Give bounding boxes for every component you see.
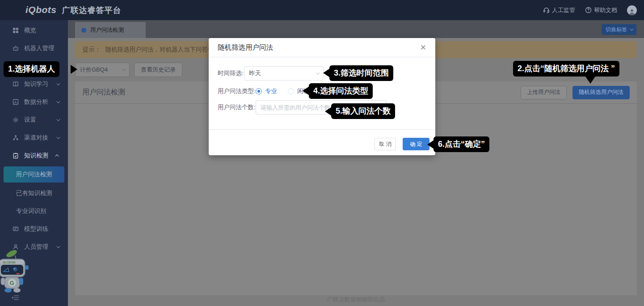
cancel-button[interactable]: 取 消: [375, 138, 396, 150]
sidebar-item-label: 机器人管理: [24, 44, 55, 52]
sidebar-item-overview[interactable]: 概览: [0, 21, 68, 39]
sidebar-item-robot-management[interactable]: 机器人管理: [0, 39, 68, 57]
annotation-step-1: 1.选择机器人: [4, 61, 59, 77]
annotation-arrow-down-icon: [585, 76, 595, 84]
brand-title: 广联达睿答平台: [62, 5, 122, 16]
question-count-label: 用户问法个数:: [218, 103, 256, 111]
chevron-down-icon: [630, 27, 633, 30]
sidebar-item-knowledge-learning[interactable]: 知识学习: [0, 75, 68, 93]
annotation-arrow-right-icon: [71, 65, 77, 74]
upload-questions-button[interactable]: 上传用户问法: [521, 86, 567, 99]
annotation-arrow-left-icon: [303, 86, 309, 95]
robot-select[interactable]: 计价GBQ4: [75, 63, 130, 77]
annotation-arrow-left-icon: [427, 140, 434, 149]
notice-prefix: 提示：: [83, 46, 101, 54]
view-history-button[interactable]: 查看历史记录: [134, 63, 182, 77]
bar-chart-icon: [13, 99, 19, 105]
annotation-step-2: 2.点击“随机筛选用户问法 ”: [513, 61, 619, 76]
sidebar-item-channel-integration[interactable]: 渠道对接: [0, 129, 68, 147]
annotation-step-6: 6.点击“确定”: [434, 136, 489, 152]
manual-monitor-label: 人工监管: [552, 6, 575, 14]
time-filter-value: 昨天: [249, 69, 261, 77]
model-icon: [13, 226, 19, 232]
chevron-down-icon: [56, 117, 60, 121]
chevron-down-icon: [56, 244, 60, 248]
svg-text:G: G: [10, 280, 14, 286]
gear-icon: [13, 117, 19, 123]
question-type-label: 用户问法类型:: [218, 87, 256, 95]
radio-label: 专业: [265, 87, 277, 95]
sidebar-subitem-label: 专业词识别: [16, 207, 46, 215]
random-filter-questions-button[interactable]: 随机筛选用户问法: [572, 86, 630, 99]
robot-select-value: 计价GBQ4: [80, 66, 108, 74]
sidebar-subitem-user-question-testing: 用户问法检测: [0, 165, 68, 184]
manual-monitor-link[interactable]: 人工监管: [543, 6, 575, 14]
radio-selected-icon: [256, 88, 262, 94]
sidebar-item-label: 概览: [24, 26, 36, 34]
sidebar-item-label: 渠道对接: [24, 134, 48, 142]
switch-tags-button[interactable]: 切换标签: [602, 24, 636, 35]
help-docs-link[interactable]: 帮助文档: [585, 6, 617, 14]
tab-user-question-testing[interactable]: 用户问法检测: [75, 22, 146, 38]
annotation-step-4: 4.选择问法类型: [309, 83, 373, 99]
app-logo: iQbots 广联达睿答平台: [25, 4, 122, 16]
sidebar-item-knowledge-testing[interactable]: 知识检测: [0, 147, 68, 165]
menu-fold-icon[interactable]: [12, 295, 19, 301]
sidebar-item-model-training[interactable]: 模型训练: [0, 220, 68, 238]
sidebar-item-label: 模型训练: [24, 225, 48, 233]
headset-icon: [543, 7, 550, 13]
time-filter-label: 时间筛选:: [218, 69, 244, 77]
chevron-down-icon: [316, 71, 320, 74]
chevron-down-icon: [56, 135, 60, 139]
page-title: 用户问法检测: [82, 88, 125, 97]
switch-tags-label: 切换标签: [606, 26, 627, 34]
chevron-down-icon: [122, 67, 126, 71]
robot-icon: [13, 45, 19, 51]
radio-unselected-icon: [288, 88, 294, 94]
sidebar-subitem-active[interactable]: 用户问法检测: [4, 166, 64, 183]
sidebar-subitem-label: 用户问法检测: [16, 170, 52, 178]
sidebar-item-label: 知识学习: [24, 80, 48, 88]
help-docs-label: 帮助文档: [594, 6, 617, 14]
sidebar-subitem-term-recognition[interactable]: 专业词识别: [0, 202, 68, 220]
footer-credit: 广联达数据智能部出品: [68, 296, 644, 304]
sidebar-item-label: 知识检测: [24, 152, 48, 160]
grid-icon: [13, 27, 19, 34]
question-circle-icon: [585, 7, 592, 13]
sidebar-item-settings[interactable]: 设置: [0, 111, 68, 129]
time-filter-select[interactable]: 昨天: [244, 66, 324, 81]
chevron-down-icon: [56, 81, 60, 85]
nodes-icon: [13, 135, 19, 141]
annotation-arrow-left-icon: [323, 68, 330, 77]
svg-text:GLODON: GLODON: [3, 261, 16, 264]
user-avatar[interactable]: [627, 5, 637, 15]
book-icon: [13, 81, 19, 87]
chevron-up-icon: [55, 154, 59, 158]
annotation-step-5: 5.输入问法个数: [331, 103, 395, 119]
tab-label: 用户问法检测: [90, 26, 124, 34]
sidebar-subitem-existing-knowledge-testing[interactable]: 已有知识检测: [0, 184, 68, 202]
top-header: iQbots 广联达睿答平台 人工监管 帮助文档: [0, 0, 644, 20]
sidebar-item-data-analysis[interactable]: 数据分析: [0, 93, 68, 111]
clipboard-check-icon: [13, 153, 19, 159]
sidebar-subitem-label: 已有知识检测: [16, 189, 52, 197]
sidebar-item-label: 数据分析: [24, 98, 48, 106]
annotation-step-3: 3.筛选时间范围: [329, 65, 393, 81]
person-icon: [628, 8, 636, 15]
tab-bar: 用户问法检测 切换标签: [68, 20, 644, 38]
confirm-button[interactable]: 确 定: [403, 138, 429, 150]
chevron-down-icon: [56, 99, 60, 103]
logo-text: iQbots: [25, 4, 57, 15]
dialog-title: 随机筛选用户问法: [218, 43, 273, 52]
radio-professional[interactable]: 专业: [256, 87, 277, 95]
tab-active-dot-icon: [81, 28, 86, 33]
robot-mascot-image: GLODON G: [0, 247, 33, 300]
close-icon[interactable]: ✕: [420, 44, 426, 51]
annotation-arrow-left-icon: [325, 107, 332, 116]
sidebar-item-label: 设置: [24, 116, 36, 124]
